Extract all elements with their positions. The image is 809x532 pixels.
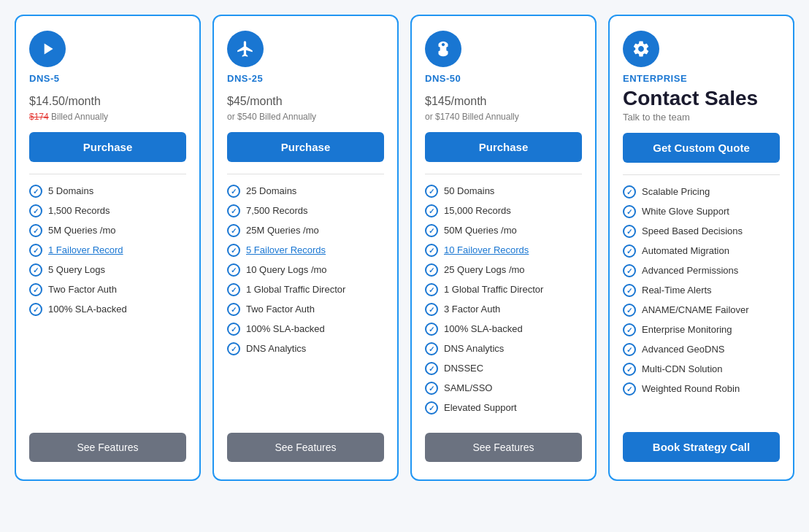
check-icon bbox=[227, 204, 240, 217]
list-item: Two Factor Auth bbox=[29, 283, 186, 296]
plan-price-dns25: $45/month bbox=[227, 87, 384, 110]
check-icon bbox=[425, 401, 438, 415]
check-icon bbox=[227, 283, 240, 296]
see-features-button-dns5[interactable]: See Features bbox=[29, 433, 186, 462]
rocket-icon bbox=[434, 39, 453, 58]
list-item: 100% SLA-backed bbox=[425, 323, 582, 336]
check-icon bbox=[29, 283, 42, 296]
check-icon bbox=[623, 185, 636, 198]
check-icon bbox=[623, 205, 636, 218]
check-icon bbox=[623, 244, 636, 258]
gear-icon bbox=[632, 39, 651, 58]
plane-icon bbox=[236, 39, 255, 58]
plan-name-enterprise: ENTERPRISE bbox=[623, 73, 780, 84]
list-item: DNS Analytics bbox=[227, 342, 384, 355]
enterprise-title: Contact Sales bbox=[623, 87, 780, 110]
plan-icon-dns5 bbox=[29, 31, 66, 67]
features-list-dns25: 25 Domains 7,500 Records 25M Queries /mo… bbox=[227, 185, 384, 421]
list-item: Enterprise Monitoring bbox=[623, 323, 780, 336]
check-icon bbox=[425, 204, 438, 217]
list-item: 1 Global Traffic Director bbox=[425, 283, 582, 296]
plan-name-dns25: DNS-25 bbox=[227, 73, 384, 84]
check-icon bbox=[425, 185, 438, 198]
list-item: Advanced GeoDNS bbox=[623, 343, 780, 356]
list-item: 5M Queries /mo bbox=[29, 224, 186, 237]
list-item: Weighted Round Robin bbox=[623, 382, 780, 396]
see-features-button-dns25[interactable]: See Features bbox=[227, 433, 384, 462]
list-item: Speed Based Decisions bbox=[623, 225, 780, 238]
check-icon bbox=[227, 342, 240, 355]
list-item: 10 Query Logs /mo bbox=[227, 263, 384, 277]
plan-price-dns5: $14.50/month bbox=[29, 87, 186, 110]
purchase-button-dns5[interactable]: Purchase bbox=[29, 132, 186, 162]
list-item: DNS Analytics bbox=[425, 342, 582, 355]
check-icon bbox=[29, 263, 42, 277]
plan-icon-dns25 bbox=[227, 31, 264, 67]
list-item: 3 Factor Auth bbox=[425, 303, 582, 316]
features-list-dns50: 50 Domains 15,000 Records 50M Queries /m… bbox=[425, 185, 582, 421]
book-strategy-call-button[interactable]: Book Strategy Call bbox=[623, 432, 780, 462]
check-icon bbox=[425, 244, 438, 257]
list-item: 7,500 Records bbox=[227, 204, 384, 217]
plan-icon-dns50 bbox=[425, 31, 461, 67]
list-item: 1 Failover Record bbox=[29, 244, 186, 257]
check-icon bbox=[623, 343, 636, 356]
list-item: 50M Queries /mo bbox=[425, 224, 582, 237]
divider-dns50 bbox=[425, 174, 582, 174]
list-item: DNSSEC bbox=[425, 362, 582, 375]
failover-link-dns50[interactable]: 10 Failover Records bbox=[444, 244, 529, 257]
failover-link-dns25[interactable]: 5 Failover Records bbox=[246, 244, 326, 257]
check-icon bbox=[425, 342, 438, 355]
list-item: 10 Failover Records bbox=[425, 244, 582, 257]
purchase-button-dns50[interactable]: Purchase bbox=[425, 132, 582, 162]
divider-dns5 bbox=[29, 174, 186, 174]
list-item: ANAME/CNAME Failover bbox=[623, 304, 780, 317]
list-item: 15,000 Records bbox=[425, 204, 582, 217]
list-item: 5 Query Logs bbox=[29, 263, 186, 277]
plan-icon-enterprise bbox=[623, 31, 659, 67]
plan-name-dns5: DNS-5 bbox=[29, 73, 186, 84]
check-icon bbox=[623, 382, 636, 396]
failover-link-dns5[interactable]: 1 Failover Record bbox=[48, 244, 123, 257]
list-item: Scalable Pricing bbox=[623, 185, 780, 198]
check-icon bbox=[29, 244, 42, 257]
list-item: 25M Queries /mo bbox=[227, 224, 384, 237]
check-icon bbox=[623, 304, 636, 317]
divider-enterprise bbox=[623, 174, 780, 175]
plan-card-dns5: DNS-5 $14.50/month $174 Billed Annually … bbox=[15, 15, 201, 481]
purchase-button-dns25[interactable]: Purchase bbox=[227, 132, 384, 162]
check-icon bbox=[227, 263, 240, 277]
list-item: 100% SLA-backed bbox=[227, 323, 384, 336]
svg-marker-0 bbox=[45, 43, 53, 54]
get-custom-quote-button[interactable]: Get Custom Quote bbox=[623, 133, 780, 163]
list-item: 1 Global Traffic Director bbox=[227, 283, 384, 296]
list-item: Real-Time Alerts bbox=[623, 284, 780, 297]
list-item: Automated Migration bbox=[623, 244, 780, 258]
plan-card-dns50: DNS-50 $145/month or $1740 Billed Annual… bbox=[410, 15, 597, 481]
check-icon bbox=[227, 303, 240, 316]
features-list-dns5: 5 Domains 1,500 Records 5M Queries /mo 1… bbox=[29, 185, 186, 421]
check-icon bbox=[29, 303, 42, 316]
list-item: 25 Query Logs /mo bbox=[425, 263, 582, 277]
play-icon bbox=[38, 39, 57, 58]
check-icon bbox=[227, 185, 240, 198]
plan-card-dns25: DNS-25 $45/month or $540 Billed Annually… bbox=[212, 15, 399, 481]
check-icon bbox=[623, 323, 636, 336]
plan-billing-dns25: or $540 Billed Annually bbox=[227, 112, 384, 122]
check-icon bbox=[425, 303, 438, 316]
check-icon bbox=[227, 224, 240, 237]
plan-card-enterprise: ENTERPRISE Contact Sales Talk to the tea… bbox=[608, 15, 794, 481]
check-icon bbox=[425, 263, 438, 277]
check-icon bbox=[425, 323, 438, 336]
list-item: 25 Domains bbox=[227, 185, 384, 198]
check-icon bbox=[623, 363, 636, 376]
list-item: 100% SLA-backed bbox=[29, 303, 186, 316]
check-icon bbox=[623, 284, 636, 297]
check-icon bbox=[623, 225, 636, 238]
enterprise-subtitle: Talk to the team bbox=[623, 112, 780, 123]
check-icon bbox=[29, 185, 42, 198]
features-list-enterprise: Scalable Pricing White Glove Support Spe… bbox=[623, 185, 780, 415]
plan-price-dns50: $145/month bbox=[425, 87, 582, 110]
pricing-container: DNS-5 $14.50/month $174 Billed Annually … bbox=[15, 15, 794, 481]
see-features-button-dns50[interactable]: See Features bbox=[425, 433, 582, 462]
